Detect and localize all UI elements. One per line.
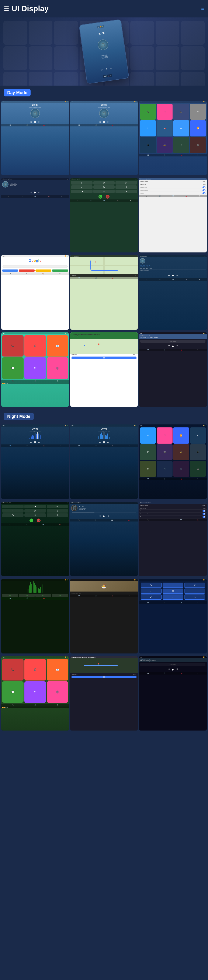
dock-phone[interactable]: 📞 <box>12 380 14 382</box>
settings-auto-connect[interactable]: Auto connect <box>139 189 207 192</box>
ios-phone[interactable]: 📞 <box>2 335 24 357</box>
night-settings-power[interactable]: Power <box>139 515 207 519</box>
night-app-2[interactable]: 🗺 <box>140 444 156 460</box>
nav-arrow-se[interactable]: ↘ <box>184 595 205 600</box>
night-dock-podcast[interactable]: 🎙 <box>57 704 58 706</box>
bookmark-2[interactable] <box>19 269 35 272</box>
night-key-1[interactable]: 1 <box>2 505 24 508</box>
night-go-btn[interactable]: GO <box>71 676 137 678</box>
key-2[interactable]: 2● <box>93 181 115 185</box>
night-next-2[interactable]: ⏭ <box>107 441 109 444</box>
nav-arrow-s[interactable]: ↓ <box>162 595 183 600</box>
day-next-1[interactable]: ⏭ <box>38 121 40 123</box>
key-1[interactable]: 1 <box>71 181 93 185</box>
night-dock-phone[interactable]: 📞 <box>12 704 14 706</box>
bookmark-4[interactable] <box>52 269 68 272</box>
app-icon-maps[interactable]: 🗺 <box>173 120 189 136</box>
file-item-1[interactable]: 华年_拟音(LRC).mp3 <box>140 265 206 267</box>
local-prev[interactable]: ⏮ <box>168 274 170 277</box>
dock-podcast[interactable]: 🎙 <box>57 380 58 382</box>
ios-music2[interactable]: 🎼 <box>47 357 68 379</box>
night-next-1[interactable]: ⏭ <box>38 441 40 444</box>
night-app-3[interactable]: 🎬 <box>157 444 173 460</box>
eq-preset-3[interactable]: EQ3 <box>35 594 51 597</box>
end-call-btn[interactable]: 📵 <box>106 195 110 199</box>
key-6[interactable]: 6 <box>115 185 137 189</box>
night-app-1[interactable]: 🎙 <box>190 428 206 443</box>
nav-prev[interactable]: ⏮ <box>168 344 170 348</box>
nav-next[interactable]: ⏭ <box>176 344 178 348</box>
night-dock-music[interactable]: 🎵 <box>34 704 36 706</box>
day-prev-1[interactable]: ⏮ <box>30 121 32 123</box>
day-play-1[interactable]: ⏸ <box>33 120 36 124</box>
app-icon-5[interactable]: 🎙 <box>173 137 189 153</box>
app-icon-6[interactable]: 🎬 <box>190 137 206 153</box>
ios-mail[interactable]: 📧 <box>47 335 68 357</box>
app-icon-1[interactable]: 🎧 <box>173 103 189 119</box>
app-icon-music[interactable]: 🎵 <box>157 103 173 119</box>
night-ios-mail[interactable]: 📧 <box>47 659 68 681</box>
ios-podcast[interactable]: 🎙 <box>24 357 46 379</box>
next-icon[interactable]: ⏭ <box>110 67 112 70</box>
power-toggle[interactable] <box>202 192 205 194</box>
nav-arrow-w[interactable]: ← <box>141 589 162 593</box>
key-3[interactable]: 3● <box>115 181 137 185</box>
night-key-7[interactable]: 7● <box>2 514 24 517</box>
night-ios-music[interactable]: 🎵 <box>24 659 46 681</box>
day-prev-2[interactable]: ⏮ <box>99 121 101 123</box>
night-app-6[interactable]: ⚙ <box>140 461 156 477</box>
night-nav-play[interactable]: ▶ <box>172 668 174 671</box>
night-auto-answer-toggle[interactable] <box>202 510 205 512</box>
key-4[interactable]: 4 <box>71 185 93 189</box>
eq-preset-1[interactable]: EQ1 <box>2 594 18 597</box>
night-app-music[interactable]: 🎵 <box>157 428 173 443</box>
auto-answer-toggle[interactable] <box>202 186 205 188</box>
menu-icon[interactable]: ☰ <box>4 5 9 12</box>
night-power-toggle[interactable] <box>202 516 205 518</box>
night-app-5[interactable]: 📱 <box>190 444 206 460</box>
app-icon-phone[interactable]: 📞 <box>140 103 156 119</box>
bookmark-1[interactable] <box>2 269 18 272</box>
day-next-2[interactable]: ⏭ <box>107 121 109 123</box>
night-key-8[interactable]: 8 <box>24 514 46 517</box>
app-icon-telegram[interactable]: ✈ <box>140 120 156 136</box>
bookmark-3[interactable] <box>35 269 51 272</box>
go-button[interactable]: GO <box>71 356 137 359</box>
night-key-4[interactable]: 4 <box>2 509 24 512</box>
google-search-bar[interactable] <box>3 265 68 268</box>
night-key-9[interactable]: 9 <box>47 514 68 517</box>
nav-arrow-sw[interactable]: ↙ <box>141 595 162 600</box>
night-key-2[interactable]: 2● <box>24 505 46 508</box>
local-next[interactable]: ⏭ <box>176 274 178 277</box>
dock-music[interactable]: 🎵 <box>34 380 36 382</box>
night-ios-phone[interactable]: 📞 <box>2 659 24 681</box>
nav-arrow-ne[interactable]: ↗ <box>184 582 205 588</box>
night-bt-next[interactable]: ⏭ <box>107 515 109 517</box>
play-icon[interactable]: ⏸ <box>105 67 108 71</box>
ios-music[interactable]: 🎵 <box>24 335 46 357</box>
file-item-3[interactable]: Dragon Rose.mp3 <box>140 269 206 272</box>
app-icon-2[interactable]: 🚗 <box>157 120 173 136</box>
night-settings-auto-answer[interactable]: Auto answer <box>139 509 207 512</box>
key-8[interactable]: 8 <box>93 190 115 193</box>
night-app-9[interactable]: 🎧 <box>190 461 206 477</box>
night-app-bt[interactable]: 📶 <box>173 428 189 443</box>
eq-preset-2[interactable]: EQ2 <box>19 594 35 597</box>
night-app-4[interactable]: 📻 <box>173 444 189 460</box>
night-bt-prev[interactable]: ⏮ <box>99 515 101 517</box>
nav-arrow-nw[interactable]: ↖ <box>141 582 162 588</box>
settings-auto-answer[interactable]: Auto answer <box>139 186 207 189</box>
night-play-1[interactable]: ⏸ <box>33 441 36 444</box>
local-play[interactable]: ▶ <box>172 274 174 277</box>
ios-messages[interactable]: 💬 <box>2 357 24 379</box>
nav-arrow-center[interactable]: ⊙ <box>162 589 183 593</box>
nav-play[interactable]: ▶ <box>172 344 174 348</box>
night-nav-prev[interactable]: ⏮ <box>168 668 170 671</box>
night-settings-auto-connect[interactable]: Auto connect <box>139 512 207 515</box>
night-play-2[interactable]: ⏸ <box>102 441 106 444</box>
night-app-8[interactable]: 🎼 <box>173 461 189 477</box>
bt-next[interactable]: ⏭ <box>38 191 40 193</box>
app-icon-settings[interactable]: ⚙ <box>190 103 206 119</box>
nav-arrow-e[interactable]: → <box>184 589 205 593</box>
key-7[interactable]: 7● <box>71 190 93 193</box>
